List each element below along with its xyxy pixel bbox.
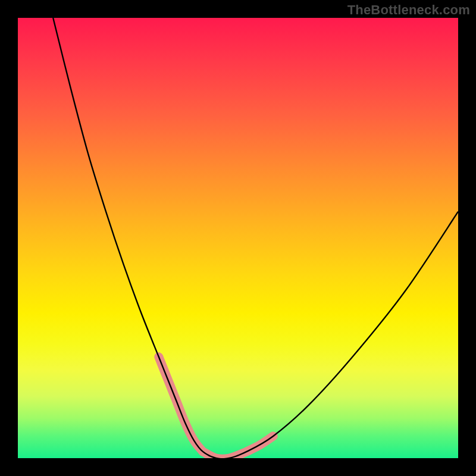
left-highlight [159,357,203,452]
highlight-segments [159,357,273,458]
watermark-text: TheBottleneck.com [347,2,470,18]
curve-layer [18,18,458,458]
plot-area [18,18,458,458]
chart-frame: TheBottleneck.com [0,0,476,476]
bottleneck-curve [53,18,458,458]
